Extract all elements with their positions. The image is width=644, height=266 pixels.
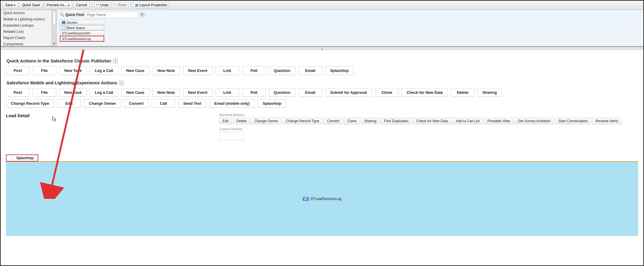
sidebar-item[interactable]: Quick Actions [1,10,52,16]
action-chip[interactable]: Edit [219,118,232,124]
layout-properties-button[interactable]: ▦ Layout Properties [133,2,169,8]
action-chip[interactable]: Change Owner [84,99,121,108]
palette-collapse-handle[interactable]: ▴ [1,47,643,50]
action-chip[interactable]: Question [269,88,295,97]
action-chip[interactable]: File [33,66,56,75]
action-chip[interactable]: Find Duplicates [381,118,412,124]
splashtop-section-tab[interactable]: ⋮ Splashtop [6,154,38,162]
palette-item-label: Blank Space [67,26,85,30]
action-chip[interactable]: File [33,88,56,97]
palette-item-label: Section [67,21,78,24]
action-chip[interactable]: Change Owner [251,118,281,124]
vf-drop-area[interactable]: VF STLeadSessionLog [6,162,638,236]
quick-find-input[interactable] [85,12,138,18]
action-chip[interactable]: New Case [121,88,149,97]
action-chip[interactable]: Poll [242,66,266,75]
action-chip[interactable]: New Note [152,88,180,97]
action-chip[interactable]: Edit [57,99,81,108]
lead-detail-header: Lead Detail [6,113,30,118]
action-chip[interactable]: New Event [183,66,213,75]
palette-item[interactable]: STLeadSessionInfo [60,30,104,36]
lead-detail-row: Lead Detail Standard Buttons EditDeleteC… [6,113,638,140]
sidebar-item[interactable]: Expanded Lookups [1,22,52,29]
preview-as-button[interactable]: Preview As... [44,2,72,8]
palette-item[interactable]: STLeadSessionLog [60,36,104,42]
action-chip[interactable]: Delete [451,88,474,97]
palette-item-label: STLeadSessionInfo [62,31,90,35]
action-chip[interactable]: Check for New Data [413,118,451,124]
vf-badge: VF [303,197,309,201]
sidebar-item[interactable]: Components [1,41,52,46]
palette-sidebar: Quick ActionsMobile & Lightning ActionsE… [1,10,57,46]
action-chip[interactable]: Sharing [477,88,502,97]
action-chip[interactable]: Post [6,66,30,75]
action-chip[interactable]: Sharing [361,118,380,124]
sidebar-item[interactable]: Mobile & Lightning Actions [1,16,52,22]
action-chip[interactable]: Splashtop [258,99,286,108]
palette-main: 🔍 Quick Find ✕ SectionBlank SpaceSTLeadS… [57,10,643,46]
cancel-button[interactable]: Cancel [73,2,90,8]
action-chip[interactable]: New Case [121,66,149,75]
redo-button[interactable]: ↷ Redo [112,2,129,8]
save-button[interactable]: Save [2,2,18,8]
undo-button[interactable]: ↶ Undo [94,2,111,8]
action-chip[interactable]: New Task [59,66,87,75]
palette-item[interactable]: Section [60,20,104,25]
custom-buttons-box[interactable] [219,132,243,140]
quick-find-label: Quick Find [65,13,84,17]
action-chip[interactable]: Poll [242,88,266,97]
scroll-thumb[interactable] [52,11,56,25]
vf-page-name: STLeadSessionLog [311,197,342,201]
std-buttons-label: Standard Buttons [219,113,621,117]
action-chip[interactable]: Printable View [484,118,513,124]
app-root: Save Quick Save Preview As... Cancel ↶ U… [0,0,644,266]
action-chip[interactable]: Convert [324,118,343,124]
lex-actions-row-1: PostFileNew TaskLog a CallNew CaseNew No… [6,88,638,97]
lex-actions-row-2: Change Record TypeEditChange OwnerConver… [6,99,638,108]
action-chip[interactable]: Change Record Type [6,99,54,108]
action-chip[interactable]: Delete [233,118,250,124]
action-chip[interactable]: Splashtop [325,66,354,75]
std-buttons-line: EditDeleteChange OwnerChange Record Type… [219,118,621,124]
info-icon[interactable]: i [119,80,124,85]
palette-row: Quick ActionsMobile & Lightning ActionsE… [1,10,643,47]
action-chip[interactable]: Log a Call [90,66,118,75]
action-chip[interactable]: Link [216,66,239,75]
action-chip[interactable]: Send Text [178,99,206,108]
sidebar-item[interactable]: Related Lists [1,29,52,35]
sidebar-scrollbar[interactable]: ▲ ▼ [52,10,57,46]
action-chip[interactable]: Log a Call [90,88,118,97]
palette-item-icon [62,21,65,24]
action-chip[interactable]: Convert [124,99,149,108]
action-chip[interactable]: Start Conversation [555,118,591,124]
scroll-down-arrow[interactable]: ▼ [52,42,57,45]
action-chip[interactable]: Clone [344,118,359,124]
action-chip[interactable]: Clone [375,88,399,97]
quick-find-row: 🔍 Quick Find ✕ [60,12,640,18]
action-chip[interactable]: Question [269,66,295,75]
clear-search-button[interactable]: ✕ [139,12,145,17]
action-chip[interactable]: Email [298,88,322,97]
info-icon[interactable]: i [113,59,118,63]
classic-actions-header: Quick Actions in the Salesforce Classic … [7,58,638,63]
action-chip[interactable]: Email (mobile only) [209,99,255,108]
action-chip[interactable]: New Event [183,88,213,97]
action-chip[interactable]: Add to Call List [452,118,483,124]
action-chip[interactable]: Link [216,88,239,97]
action-chip[interactable]: Get Survey Invitation [514,118,554,124]
action-chip[interactable]: New Note [152,66,180,75]
action-chip[interactable]: Call [152,99,175,108]
classic-actions-row: PostFileNew TaskLog a CallNew CaseNew No… [6,66,638,75]
action-chip[interactable]: Submit for Approval [325,88,372,97]
button-group: Standard Buttons EditDeleteChange OwnerC… [219,113,621,140]
layout-canvas: Quick Actions in the Salesforce Classic … [1,50,643,241]
action-chip[interactable]: Change Record Type [282,118,322,124]
quick-save-button[interactable]: Quick Save [19,2,43,8]
action-chip[interactable]: New Task [59,88,87,97]
palette-item[interactable]: Blank Space [60,25,104,30]
action-chip[interactable]: Check for New Data [402,88,448,97]
action-chip[interactable]: Post [6,88,30,97]
action-chip[interactable]: Email [298,66,322,75]
action-chip[interactable]: Receive Alerts [592,118,621,124]
sidebar-item[interactable]: Report Charts [1,35,52,41]
